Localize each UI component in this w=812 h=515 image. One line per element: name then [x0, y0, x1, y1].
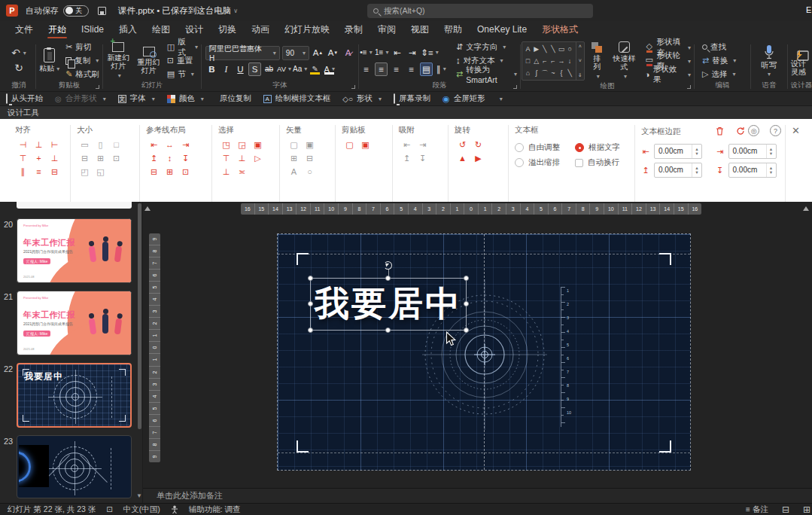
shape-gallery-item[interactable]: ╲ [566, 67, 574, 79]
increase-indent-button[interactable]: ⇥ [406, 46, 418, 59]
qat-duplicate-button[interactable]: 原位复制 [216, 93, 251, 104]
ruler-marker-icon[interactable] [144, 206, 151, 211]
tool-icon[interactable]: ◲ [234, 140, 250, 150]
tab-设计[interactable]: 设计 [178, 21, 211, 39]
slide[interactable]: 12345678910 我要居中 [277, 233, 691, 471]
shape-gallery-item[interactable]: ▭ [557, 43, 565, 55]
tool-icon[interactable]: ↔ [162, 140, 178, 150]
panel-settings-icon[interactable]: ◎ [748, 125, 759, 136]
highlight-color-button[interactable]: ✎ [309, 64, 321, 75]
option-自动换行[interactable]: 自动换行 [575, 155, 634, 170]
tool-icon[interactable]: ⊞ [162, 167, 178, 177]
tab-ISlide[interactable]: ISlide [74, 21, 111, 39]
tool-icon[interactable]: A [286, 167, 302, 177]
shape-gallery-item[interactable]: ╲ [549, 43, 557, 55]
dialog-launcher-icon[interactable] [96, 85, 99, 89]
user-badge[interactable]: E [806, 5, 812, 14]
tool-icon[interactable]: ∥ [15, 167, 31, 177]
bold-button[interactable]: B [205, 62, 218, 76]
option-溢出缩排[interactable]: 溢出缩排 [515, 155, 573, 170]
shape-gallery[interactable]: A▶╲╲▭○□△⌐⌐→↓⌂ʃ⌒~{╲ ˄˅⇓ [522, 41, 585, 81]
paste-button[interactable]: 粘贴▾ [37, 47, 62, 74]
find-button[interactable]: 查找 [700, 41, 728, 53]
tool-icon[interactable]: ▲ [455, 154, 470, 163]
tool-icon[interactable]: ⊟ [47, 167, 62, 177]
tab-动画[interactable]: 动画 [244, 21, 277, 39]
decrease-indent-button[interactable]: ⇤ [391, 46, 403, 59]
numbering-button[interactable]: 1≡▾ [375, 46, 388, 59]
shape-gallery-item[interactable]: ~ [549, 67, 557, 79]
new-slide-button[interactable]: 新建幻灯片▾ [104, 41, 132, 81]
tool-icon[interactable]: ▭ [77, 140, 93, 150]
margin-right-input[interactable]: 0.00cm▲▼ [728, 144, 777, 159]
clear-formatting-button[interactable]: A̷ [342, 46, 354, 59]
tool-icon[interactable]: ⊢ [47, 140, 62, 150]
tab-形状格式[interactable]: 形状格式 [534, 21, 585, 39]
tool-icon[interactable]: ▣ [250, 140, 266, 150]
panel-help-icon[interactable]: ? [770, 125, 781, 136]
tool-icon[interactable]: ▣ [302, 140, 318, 150]
shape-gallery-item[interactable]: ○ [566, 43, 574, 55]
tool-icon[interactable]: ▢ [286, 140, 302, 150]
option-自由调整[interactable]: 自由调整 [515, 140, 573, 155]
tool-icon[interactable]: ▢ [342, 140, 357, 150]
margin-top-input[interactable]: 0.00cm▲▼ [654, 163, 702, 178]
arrange-button[interactable]: 排列▾ [588, 41, 606, 81]
resize-handle[interactable] [464, 328, 469, 333]
tool-icon[interactable]: ⊣ [15, 140, 31, 150]
text-direction-button[interactable]: ⇵文字方向▾ [454, 41, 519, 53]
tool-icon[interactable]: ↧ [178, 154, 193, 163]
notes-toggle-button[interactable]: ≡ 备注 [746, 504, 768, 515]
replace-button[interactable]: ⇄替换▾ [700, 54, 738, 67]
slide-thumbnail-20[interactable]: Presented by Mike年末工作汇报2021跨部门合作项目成果报告汇报… [17, 218, 132, 283]
decrease-font-button[interactable]: A▼ [327, 46, 339, 59]
tool-icon[interactable]: ⊞ [93, 154, 108, 163]
search-input[interactable]: 搜索(Alt+Q) [367, 4, 593, 18]
change-case-button[interactable]: Aa▾ [293, 62, 307, 76]
reset-margins-button[interactable] [716, 125, 724, 139]
tab-切换[interactable]: 切换 [211, 21, 244, 39]
shape-gallery-item[interactable]: △ [532, 55, 540, 67]
increase-font-button[interactable]: A▲ [312, 46, 324, 59]
convert-smartart-button[interactable]: ⇄转换为 SmartArt▾ [454, 68, 519, 81]
resize-handle[interactable] [308, 276, 313, 281]
slide-thumbnail-partial[interactable] [17, 202, 132, 209]
columns-button[interactable]: ∥▾ [435, 62, 448, 76]
tab-开始[interactable]: 开始 [41, 21, 74, 39]
qat-play-from-start-button[interactable]: 从头开始 [6, 93, 43, 104]
ruler-marker-icon[interactable] [803, 206, 809, 211]
bullets-button[interactable]: •≡▾ [360, 46, 373, 59]
shape-gallery-item[interactable]: ⌐ [549, 55, 557, 67]
shape-gallery-item[interactable]: ʃ [532, 67, 540, 79]
notes-pane[interactable]: 单击此处添加备注 [143, 488, 812, 503]
vertical-ruler[interactable]: 9876543210123456789 [149, 233, 160, 462]
shape-gallery-item[interactable]: □ [524, 55, 532, 67]
tool-icon[interactable]: ↕ [162, 154, 178, 163]
redo-button[interactable]: ↻ [12, 61, 26, 76]
tool-icon[interactable]: ↻ [470, 140, 486, 150]
reuse-slides-button[interactable]: 重用幻灯片 [134, 46, 163, 75]
spinner-arrows-icon[interactable]: ▲▼ [692, 145, 701, 158]
dialog-launcher-icon[interactable] [351, 85, 355, 89]
text-shadow-button[interactable]: S [248, 62, 261, 76]
tool-icon[interactable]: ⇤ [146, 140, 162, 150]
font-name-select[interactable]: 阿里巴巴普惠体 H▾ [205, 46, 280, 60]
qat-overflow-icon[interactable]: ▾ [500, 96, 503, 102]
dialog-launcher-icon[interactable] [687, 85, 691, 89]
tab-插入[interactable]: 插入 [111, 21, 144, 39]
qat-screen-record-button[interactable]: 屏幕录制 [394, 93, 430, 104]
tool-icon[interactable]: ○ [302, 167, 318, 177]
line-spacing-button[interactable]: ⇕≡▾ [421, 46, 438, 59]
tool-icon[interactable]: ◱ [93, 167, 108, 177]
shape-gallery-item[interactable]: ↓ [566, 55, 574, 67]
format-painter-button[interactable]: ✎格式刷 [63, 68, 102, 81]
italic-button[interactable]: I [220, 62, 233, 76]
layout-button[interactable]: ◫版式▾ [165, 41, 200, 53]
tool-icon[interactable]: ▶ [470, 154, 486, 163]
qat-fullscreen-rect-button[interactable]: ◉全屏矩形 [442, 93, 485, 104]
tool-icon[interactable]: ▷ [250, 154, 266, 163]
tool-icon[interactable]: ⊥ [47, 154, 62, 163]
tab-绘图[interactable]: 绘图 [144, 21, 178, 39]
tab-幻灯片放映[interactable]: 幻灯片放映 [277, 21, 337, 39]
align-right-button[interactable]: ≡ [390, 62, 403, 76]
